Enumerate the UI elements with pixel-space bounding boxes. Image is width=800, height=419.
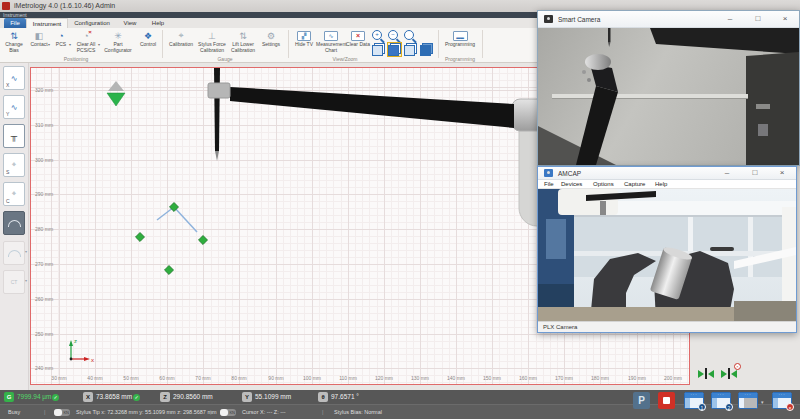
minimize-button[interactable]: – (716, 11, 744, 27)
sidebar-item-stylus-c[interactable]: ⌖ C (3, 182, 25, 206)
wave-icon: ∿ (11, 103, 18, 112)
measurement-point[interactable] (198, 235, 207, 244)
app-icon (2, 2, 10, 10)
pcs-button[interactable]: ◔ PCS ▾ (51, 29, 71, 55)
tab-file[interactable]: File (4, 18, 26, 28)
measurement-point[interactable] (135, 232, 144, 241)
target-marker-green (107, 93, 125, 106)
amcap-titlebar[interactable]: AMCAP – □ × (538, 167, 796, 180)
sidebar-item-y-chart[interactable]: ∿ Y (3, 95, 25, 119)
chevron-down-icon[interactable]: ▾ (761, 399, 764, 405)
g-axis-badge: G (4, 392, 14, 402)
chevron-down-icon: ▾ (98, 42, 100, 47)
stylus-icon: ⌖ (12, 160, 17, 170)
zoom-in-icon[interactable]: + (372, 30, 382, 40)
close-window-button[interactable]: ··· × (772, 392, 792, 409)
change-bias-button[interactable]: ⇅ Change Bias (1, 29, 27, 55)
contact-button[interactable]: ◧ Contact ▾ (27, 29, 51, 55)
tab-configuration[interactable]: Configuration (68, 18, 116, 28)
chevron-down-icon[interactable]: ▾ (25, 278, 27, 283)
group-label-programming: Programming (437, 56, 483, 63)
sidebar-item-arc[interactable] (3, 241, 25, 265)
menu-help[interactable]: Help (655, 180, 667, 189)
plx-camera-feed (538, 189, 796, 321)
stylus-joint (208, 83, 230, 98)
smart-camera-window: Smart Camera – □ × (537, 10, 800, 166)
busy-indicator: Busy (8, 405, 20, 419)
probe-contact-indicator-2: × (721, 368, 737, 379)
layout-window-menu-button[interactable]: ··· (738, 392, 758, 409)
view-cube-1-icon[interactable] (372, 43, 385, 56)
amcap-statusbar: PLX Camera (538, 321, 796, 332)
close-button[interactable]: × (771, 11, 799, 27)
amcap-window: AMCAP – □ × File Devices Options Capture… (537, 166, 797, 333)
maximize-button[interactable]: □ (741, 167, 769, 179)
tab-help[interactable]: Help (144, 18, 172, 28)
sidebar-item-stylus-s[interactable]: ⌖ S (3, 153, 25, 177)
arc-icon (8, 250, 21, 257)
menu-options[interactable]: Options (593, 180, 614, 189)
origin-dot (70, 358, 73, 361)
minimize-button[interactable]: – (713, 167, 741, 179)
calibration-button[interactable]: ⌖ Calibration (166, 29, 196, 55)
clear-data-button[interactable]: × Clear Data (346, 29, 370, 55)
measurement-point[interactable] (164, 265, 173, 274)
menu-devices[interactable]: Devices (561, 180, 582, 189)
clear-all-pcs-button[interactable]: ◔× Clear All PCS/CS ▾ (71, 29, 101, 55)
view-cube-3-icon[interactable] (404, 43, 417, 56)
zoom-window-icon[interactable] (404, 30, 414, 40)
maximize-button[interactable]: □ (744, 11, 772, 27)
lift-lower-calibration-button[interactable]: ⇅ Lift Lower Calibration (228, 29, 258, 55)
z-axis-value: 290.8560 mm (173, 392, 213, 402)
probe-contact-indicator-1 (698, 368, 714, 379)
sidebar-item-machine-view[interactable]: ╥ (3, 124, 25, 148)
probe-arm (230, 87, 514, 128)
contact-bar-icon (705, 368, 707, 379)
close-button[interactable]: × (768, 167, 796, 179)
menu-capture[interactable]: Capture (624, 180, 645, 189)
window-1-badge: 1 (698, 403, 706, 411)
layout-window-2-button[interactable]: ··· 2 (711, 392, 731, 409)
group-label-view-zoom: View/Zoom (300, 56, 390, 63)
left-toolbar: ∿ X ∿ Y ╥ ⌖ S ⌖ C ▾ CT ▾ (0, 63, 29, 390)
view-cube-2-icon[interactable] (388, 43, 401, 56)
stylus-tip-toggle[interactable]: KN (54, 409, 70, 416)
gauge-arc-icon (8, 220, 21, 227)
menu-file[interactable]: File (544, 180, 554, 189)
stylus-force-calibration-button[interactable]: ⊥ Stylus Force Calibration (196, 29, 228, 55)
ribbon-separator (438, 30, 439, 58)
x-axis-value: 73.8658 mm (96, 392, 132, 402)
part-configurator-button[interactable]: ✳ Part Configurator (101, 29, 135, 55)
amcap-title: AMCAP (558, 167, 581, 180)
theta-axis-value: 97.6571 ° (331, 392, 359, 402)
green-arrow-left-icon (731, 370, 737, 378)
measurement-chart-button[interactable]: ∿ Measurement Chart (316, 29, 346, 55)
window-2-badge: 2 (725, 403, 733, 411)
layout-window-1-button[interactable]: ··· 1 (684, 392, 704, 409)
y-axis-value: 55.1099 mm (255, 392, 291, 402)
settings-button[interactable]: ⚙ Settings (258, 29, 284, 55)
control-button[interactable]: ❖ Control (135, 29, 161, 55)
tab-instrument[interactable]: Instrument (26, 18, 68, 28)
sidebar-item-x-chart[interactable]: ∿ X (3, 66, 25, 90)
z-axis-arrowhead (69, 340, 73, 346)
cursor-toggle[interactable]: KN (220, 409, 236, 416)
camera-icon (544, 169, 553, 177)
zoom-out-icon[interactable]: − (388, 30, 398, 40)
park-button[interactable]: P (633, 392, 650, 409)
view-cube-4-icon[interactable] (420, 43, 433, 56)
sidebar-item-ct[interactable]: CT (3, 270, 25, 294)
chevron-down-icon: ▾ (48, 42, 50, 47)
programming-button[interactable]: ▂▂ Programming (442, 29, 478, 55)
green-arrow-right-icon (698, 370, 704, 378)
target-marker-gray (108, 81, 124, 91)
x-axis-arrowhead (84, 357, 90, 361)
tab-view[interactable]: View (116, 18, 144, 28)
smart-camera-titlebar[interactable]: Smart Camera – □ × (538, 11, 799, 28)
y-axis-badge: Y (242, 392, 252, 402)
chevron-down-icon[interactable]: ▾ (25, 249, 27, 254)
construction-line (174, 207, 197, 232)
hide-tv-button[interactable]: ▞ Hide TV (292, 29, 316, 55)
stop-button[interactable] (658, 392, 675, 409)
sidebar-item-gauge-view[interactable] (3, 211, 25, 235)
